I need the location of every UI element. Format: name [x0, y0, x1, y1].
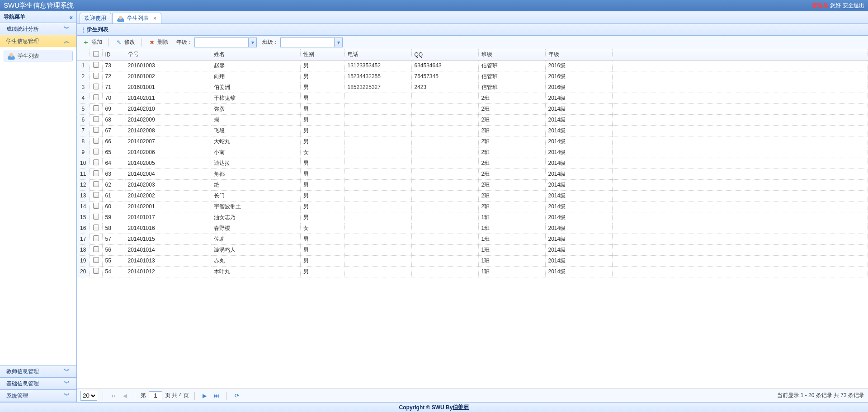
checkbox-cell[interactable] — [90, 93, 102, 103]
next-page-button[interactable]: ▶ — [200, 391, 209, 400]
table-row[interactable]: 866201402007大蛇丸男2班2014级 — [77, 136, 868, 147]
checkbox-icon[interactable] — [93, 246, 99, 252]
checkbox-cell[interactable] — [90, 103, 102, 114]
refresh-button[interactable]: ⟳ — [232, 391, 241, 400]
checkbox-icon[interactable] — [93, 138, 99, 144]
col-id[interactable]: ID — [102, 49, 125, 60]
nav-node-student-list[interactable]: 学生列表 — [4, 51, 73, 61]
table-row[interactable]: 173201601003赵馨男13123353452634534643信管班20… — [77, 60, 868, 71]
checkbox-icon[interactable] — [93, 192, 99, 198]
chevron-down-icon[interactable]: ▾ — [248, 38, 256, 47]
table-row[interactable]: 1262201402003绝男2班2014级 — [77, 179, 868, 190]
checkbox-header[interactable] — [90, 49, 102, 60]
table-row[interactable]: 470201402011干柿鬼鲛男2班2014级 — [77, 93, 868, 103]
checkbox-icon[interactable] — [93, 214, 99, 220]
table-row[interactable]: 2054201401012木叶丸男1班2014级 — [77, 266, 868, 277]
page-size-select[interactable]: 20 — [80, 391, 97, 401]
checkbox-icon[interactable] — [93, 84, 99, 89]
checkbox-cell[interactable] — [90, 147, 102, 158]
table-row[interactable]: 1163201402004角都男2班2014级 — [77, 169, 868, 179]
checkbox-icon[interactable] — [93, 181, 99, 187]
table-row[interactable]: 1559201401017油女志乃男1班2014级 — [77, 212, 868, 223]
chevron-down-icon[interactable]: ▾ — [334, 38, 342, 47]
checkbox-icon[interactable] — [93, 203, 99, 209]
checkbox-cell[interactable] — [90, 234, 102, 244]
first-page-button[interactable]: ⏮ — [108, 391, 118, 400]
checkbox-icon[interactable] — [93, 127, 99, 133]
grade-input[interactable] — [195, 38, 248, 47]
table-row[interactable]: 965201402006小南女2班2014级 — [77, 147, 868, 158]
checkbox-cell[interactable] — [90, 179, 102, 190]
checkbox-cell[interactable] — [90, 190, 102, 201]
table-row[interactable]: 1856201401014漩涡鸣人男1班2014级 — [77, 244, 868, 255]
chevron-up-icon: ︽ — [64, 37, 70, 45]
checkbox-cell[interactable] — [90, 201, 102, 212]
logout-link[interactable]: 安全退出 — [843, 2, 864, 9]
sidebar-item-teacher-mgmt[interactable]: 教师信息管理 ︾ — [0, 365, 76, 377]
table-row[interactable]: 569201402010弥彦男2班2014级 — [77, 103, 868, 114]
checkbox-icon[interactable] — [93, 73, 99, 79]
checkbox-icon[interactable] — [93, 94, 99, 100]
checkbox-icon[interactable] — [93, 62, 99, 68]
checkbox-cell[interactable] — [90, 125, 102, 136]
checkbox-cell[interactable] — [90, 82, 102, 93]
table-row[interactable]: 668201402009蝎男2班2014级 — [77, 114, 868, 125]
table-row[interactable]: 1460201402001宇智波带土男2班2014级 — [77, 201, 868, 212]
col-name[interactable]: 姓名 — [211, 49, 300, 60]
table-row[interactable]: 1757201401015佐助男1班2014级 — [77, 234, 868, 244]
table-row[interactable]: 1064201402005迪达拉男2班2014级 — [77, 158, 868, 169]
last-page-button[interactable]: ⏭ — [212, 391, 221, 400]
checkbox-icon[interactable] — [93, 149, 99, 154]
checkbox-cell[interactable] — [90, 255, 102, 266]
table-row[interactable]: 371201601001伯姜洲男185232253272423信管班2016级 — [77, 82, 868, 93]
checkbox-cell[interactable] — [90, 136, 102, 147]
checkbox-icon[interactable] — [93, 170, 99, 176]
checkbox-icon[interactable] — [93, 235, 99, 241]
sidebar-item-system-mgmt[interactable]: 系统管理 ︾ — [0, 390, 76, 402]
checkbox-icon[interactable] — [93, 105, 99, 111]
table-wrap[interactable]: ID 学号 姓名 性别 电话 QQ 班级 年级 173201601003赵馨男1… — [77, 49, 868, 389]
tab-welcome[interactable]: 欢迎使用 — [80, 13, 111, 23]
close-icon[interactable]: × — [153, 15, 156, 22]
table-row[interactable]: 272201601002向翔男1523443235576457345信管班201… — [77, 71, 868, 82]
col-grade[interactable]: 年级 — [545, 49, 612, 60]
table-row[interactable]: 1361201402002长门男2班2014级 — [77, 190, 868, 201]
col-phone[interactable]: 电话 — [344, 49, 411, 60]
nav-header[interactable]: 导航菜单 « — [0, 11, 76, 23]
footer-author-link[interactable]: 伯姜洲 — [453, 403, 469, 411]
checkbox-icon[interactable] — [93, 268, 99, 274]
checkbox-cell[interactable] — [90, 223, 102, 234]
checkbox-cell[interactable] — [90, 158, 102, 169]
col-gender[interactable]: 性别 — [300, 49, 344, 60]
add-button[interactable]: ＋ 添加 — [80, 37, 105, 47]
checkbox-cell[interactable] — [90, 266, 102, 277]
checkbox-icon[interactable] — [93, 51, 99, 57]
table-row[interactable]: 767201402008飞段男2班2014级 — [77, 125, 868, 136]
checkbox-icon[interactable] — [93, 116, 99, 122]
sidebar-item-basic-mgmt[interactable]: 基础信息管理 ︾ — [0, 378, 76, 389]
edit-button[interactable]: ✎ 修改 — [113, 37, 138, 47]
checkbox-icon[interactable] — [93, 257, 99, 263]
sidebar-item-student-mgmt[interactable]: 学生信息管理 ︽ — [0, 35, 76, 47]
tab-student-list[interactable]: 学生列表 × — [112, 13, 161, 23]
checkbox-cell[interactable] — [90, 244, 102, 255]
col-qq[interactable]: QQ — [411, 49, 478, 60]
checkbox-cell[interactable] — [90, 169, 102, 179]
checkbox-icon[interactable] — [93, 159, 99, 165]
page-number-input[interactable] — [149, 391, 162, 400]
checkbox-cell[interactable] — [90, 212, 102, 223]
checkbox-cell[interactable] — [90, 114, 102, 125]
table-row[interactable]: 1658201401016春野樱女1班2014级 — [77, 223, 868, 234]
checkbox-cell[interactable] — [90, 71, 102, 82]
checkbox-icon[interactable] — [93, 225, 99, 230]
class-input[interactable] — [281, 38, 334, 47]
col-class[interactable]: 班级 — [478, 49, 545, 60]
class-combo[interactable]: ▾ — [280, 37, 343, 47]
checkbox-cell[interactable] — [90, 60, 102, 71]
delete-button[interactable]: ✖ 删除 — [146, 37, 171, 47]
grade-combo[interactable]: ▾ — [194, 37, 257, 47]
sidebar-item-score-stats[interactable]: 成绩统计分析 ︾ — [0, 23, 76, 35]
col-sn[interactable]: 学号 — [125, 49, 211, 60]
table-row[interactable]: 1955201401013赤丸男1班2014级 — [77, 255, 868, 266]
prev-page-button[interactable]: ◀ — [120, 391, 129, 400]
